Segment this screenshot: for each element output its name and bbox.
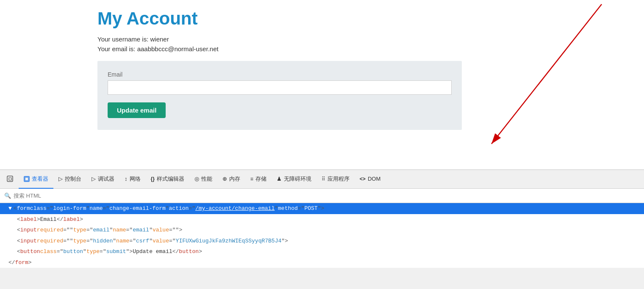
console-tab-label: 控制台 [65,175,81,183]
accessibility-icon: ♟ [277,176,282,182]
inspector-tab-label: 查看器 [32,175,48,183]
tab-debugger[interactable]: ▷ 调试器 [86,170,119,189]
email-label: Email [108,71,452,78]
storage-icon: ≡ [250,176,253,182]
html-search-input[interactable] [14,193,640,199]
username-info: Your username is: wiener [97,36,644,43]
tab-console[interactable]: ▷ 控制台 [53,170,86,189]
html-line-csrf-input[interactable]: <input required="" type="hidden" name="c… [0,236,644,247]
application-tab-label: 应用程序 [328,175,350,183]
svg-rect-4 [25,177,28,181]
tab-memory[interactable]: ⊕ 内存 [217,170,245,189]
picker-icon [7,176,14,182]
html-search-bar: 🔍 [0,189,644,203]
inspector-icon [24,176,30,182]
debugger-icon: ▷ [92,176,96,182]
collapse-triangle: ▼ [8,204,12,213]
tab-storage[interactable]: ≡ 存储 [245,170,272,189]
performance-icon: ◎ [194,176,199,182]
update-email-button[interactable]: Update email [108,102,166,118]
html-line-form-close[interactable]: </form> [0,257,644,268]
tab-performance[interactable]: ◎ 性能 [189,170,217,189]
dom-icon: <> [360,176,366,182]
tab-dom[interactable]: <> DOM [355,170,386,189]
html-line-label[interactable]: <label> Email </label> [0,214,644,225]
email-info: Your email is: aaabbbccc@normal-user.net [97,45,644,52]
email-input[interactable] [108,80,452,95]
style-editor-tab-label: 样式编辑器 [157,175,184,183]
search-icon: 🔍 [4,193,11,199]
tab-network[interactable]: ↕ 网络 [119,170,146,189]
html-source-area: ▼ <form class="login-form" name="change-… [0,203,644,268]
page-title: My Account [97,8,644,29]
html-line-form[interactable]: ▼ <form class="login-form" name="change-… [0,203,644,214]
dom-tab-label: DOM [368,176,380,182]
network-tab-label: 网络 [130,175,141,183]
tab-application[interactable]: ⠿ 应用程序 [316,170,355,189]
html-line-email-input[interactable]: <input required="" type="email" name="em… [0,225,644,236]
memory-icon: ⊕ [222,176,227,182]
style-editor-icon: {} [151,176,155,182]
email-form-box: Email Update email [97,61,462,130]
tab-accessibility[interactable]: ♟ 无障碍环境 [272,170,316,189]
accessibility-tab-label: 无障碍环境 [284,175,311,183]
devtools-panel: 查看器 ▷ 控制台 ▷ 调试器 ↕ 网络 {} 样式编辑器 ◎ 性能 ⊕ 内存 … [0,169,644,289]
tab-picker[interactable] [2,170,19,189]
devtools-tabs-bar: 查看器 ▷ 控制台 ▷ 调试器 ↕ 网络 {} 样式编辑器 ◎ 性能 ⊕ 内存 … [0,170,644,189]
performance-tab-label: 性能 [201,175,212,183]
svg-rect-2 [7,176,13,182]
html-line-button[interactable]: <button class="button" type="submit"> Up… [0,246,644,257]
application-icon: ⠿ [322,176,325,182]
tab-inspector[interactable]: 查看器 [19,170,53,189]
memory-tab-label: 内存 [229,175,240,183]
console-icon: ▷ [58,176,63,182]
storage-tab-label: 存储 [255,175,266,183]
network-icon: ↕ [125,176,128,182]
tab-style-editor[interactable]: {} 样式编辑器 [146,170,189,189]
debugger-tab-label: 调试器 [98,175,114,183]
